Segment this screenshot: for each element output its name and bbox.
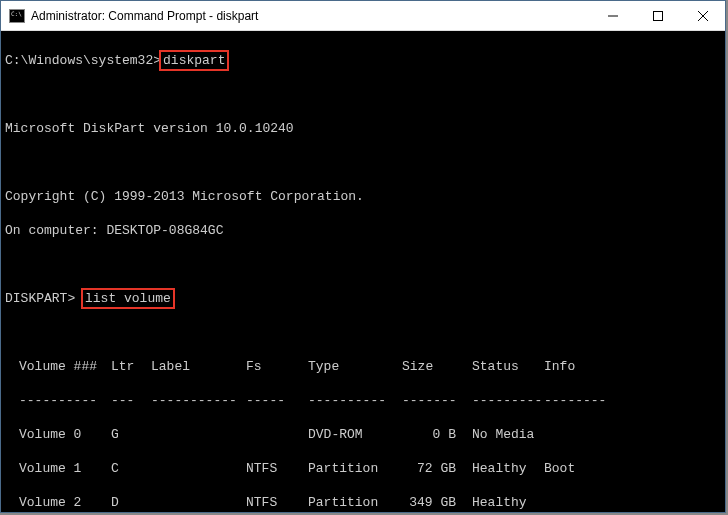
command-prompt-window: Administrator: Command Prompt - diskpart… xyxy=(0,0,726,513)
table-row: Volume 0GDVD-ROM0 BNo Media xyxy=(5,426,721,443)
hdr-type: Type xyxy=(308,358,402,375)
titlebar[interactable]: Administrator: Command Prompt - diskpart xyxy=(1,1,725,31)
prompt-path: C:\Windows\system32> xyxy=(5,53,161,68)
terminal-output[interactable]: C:\Windows\system32>diskpart Microsoft D… xyxy=(1,31,725,512)
minimize-button[interactable] xyxy=(590,1,635,30)
line-computer: On computer: DESKTOP-08G84GC xyxy=(5,222,721,239)
cmd-diskpart: diskpart xyxy=(159,50,229,71)
svg-rect-1 xyxy=(653,11,662,20)
line-version: Microsoft DiskPart version 10.0.10240 xyxy=(5,120,721,137)
hdr-label: Label xyxy=(151,358,246,375)
cmd-icon xyxy=(9,9,25,23)
hdr-size: Size xyxy=(402,358,464,375)
window-controls xyxy=(590,1,725,30)
hdr-volume: Volume ### xyxy=(19,358,111,375)
close-button[interactable] xyxy=(680,1,725,30)
hdr-ltr: Ltr xyxy=(111,358,151,375)
cmd-list-volume: list volume xyxy=(81,288,175,309)
titlebar-text: Administrator: Command Prompt - diskpart xyxy=(31,9,590,23)
line-copyright: Copyright (C) 1999-2013 Microsoft Corpor… xyxy=(5,188,721,205)
table-row: Volume 1CNTFSPartition72 GBHealthyBoot xyxy=(5,460,721,477)
table-header-row: Volume ###LtrLabelFsTypeSizeStatusInfo xyxy=(5,358,721,375)
table-dash-row: ----------------------------------------… xyxy=(5,392,721,409)
hdr-info: Info xyxy=(544,358,614,375)
prompt-diskpart: DISKPART> xyxy=(5,291,83,306)
hdr-fs: Fs xyxy=(246,358,308,375)
maximize-button[interactable] xyxy=(635,1,680,30)
hdr-status: Status xyxy=(464,358,544,375)
table-row: Volume 2DNTFSPartition349 GBHealthy xyxy=(5,494,721,511)
